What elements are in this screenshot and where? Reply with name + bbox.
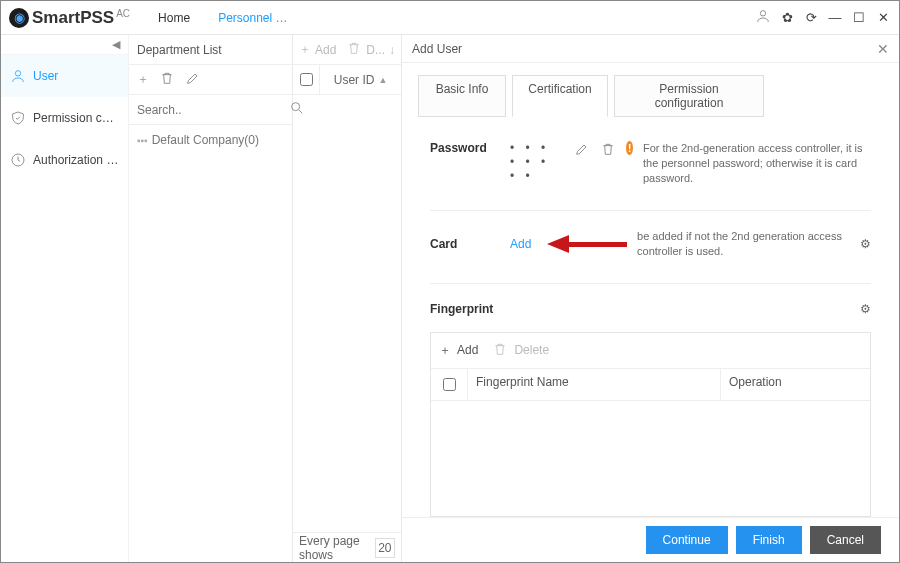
panel-title: Add User (412, 42, 462, 56)
svg-point-0 (760, 11, 765, 16)
cancel-button[interactable]: Cancel (810, 526, 881, 554)
card-settings-icon[interactable]: ⚙ (860, 237, 871, 251)
user-list-panel: ＋Add D... ↓ User ID▲ Every page shows 20 (293, 35, 402, 562)
left-nav: ◀ User Permission config... Authorizatio… (1, 35, 129, 562)
refresh-icon[interactable]: ⟳ (803, 10, 819, 25)
department-tree: ▪▪▪ Default Company(0) (129, 125, 292, 155)
finish-button[interactable]: Finish (736, 526, 802, 554)
clock-icon (9, 151, 27, 169)
shield-icon (9, 109, 27, 127)
card-label: Card (430, 237, 500, 251)
col-header-userid[interactable]: User ID▲ (319, 65, 401, 94)
sort-icon: ▲ (378, 75, 387, 85)
password-edit-icon[interactable] (574, 141, 590, 160)
window-maximize-icon[interactable]: ☐ (851, 10, 867, 25)
continue-button[interactable]: Continue (646, 526, 728, 554)
collapse-sidebar-icon[interactable]: ◀ (1, 35, 128, 55)
titlebar: ◉ SmartPSSAC Home Personnel … ✿ ⟳ — ☐ ✕ (1, 1, 899, 35)
user-list-header-row: User ID▲ (293, 65, 401, 95)
user-delete-label[interactable]: D... (366, 43, 385, 57)
department-panel: Department List ＋ ▪▪▪ Default Co (129, 35, 293, 562)
nav-tab-home[interactable]: Home (158, 5, 190, 31)
trash-icon (492, 341, 508, 360)
fingerprint-select-all-checkbox[interactable] (443, 378, 456, 391)
tree-root[interactable]: ▪▪▪ Default Company(0) (137, 133, 284, 147)
user-nav-icon (9, 67, 27, 85)
tree-icon: ▪▪▪ (137, 135, 148, 146)
department-toolbar: ＋ (129, 65, 292, 95)
main-panel: Add User ✕ Basic Info Certification Perm… (402, 35, 899, 562)
tab-basic-info[interactable]: Basic Info (418, 75, 506, 117)
nav-item-authorization-prog[interactable]: Authorization Prog... (1, 139, 128, 181)
user-list-footer: Every page shows 20 (293, 532, 401, 562)
password-note: For the 2nd-generation access controller… (643, 141, 871, 186)
warning-icon: ! (626, 141, 633, 155)
user-list-body (293, 95, 401, 532)
department-search[interactable] (129, 95, 292, 125)
fingerprint-delete-button[interactable]: Delete (492, 341, 549, 360)
fingerprint-table: ＋Add Delete Fingerprint Name Operation (430, 332, 871, 517)
search-input[interactable] (135, 102, 289, 118)
password-delete-icon[interactable] (600, 141, 616, 160)
select-all-checkbox[interactable] (300, 73, 313, 86)
fingerprint-table-body (431, 401, 870, 516)
annotation-arrow (547, 237, 627, 251)
col-header-fingerprint-name: Fingerprint Name (467, 369, 720, 400)
col-header-operation: Operation (720, 369, 870, 400)
brand-label: SmartPSSAC (32, 8, 130, 28)
plus-icon: ＋ (439, 342, 451, 359)
fingerprint-settings-icon[interactable]: ⚙ (860, 302, 871, 316)
tab-permission-configuration[interactable]: Permission configuration (614, 75, 764, 117)
password-label: Password (430, 141, 500, 155)
window-minimize-icon[interactable]: — (827, 10, 843, 25)
nav-item-user[interactable]: User (1, 55, 128, 97)
window-close-icon[interactable]: ✕ (875, 10, 891, 25)
password-value: • • • • • • • • (510, 141, 564, 183)
user-icon[interactable] (755, 8, 771, 27)
page-size-box[interactable]: 20 (375, 538, 395, 558)
close-panel-icon[interactable]: ✕ (877, 41, 889, 57)
user-add-button[interactable]: ＋Add (299, 41, 336, 58)
plus-icon: ＋ (299, 41, 311, 58)
department-header: Department List (129, 35, 292, 65)
panel-footer: Continue Finish Cancel (402, 517, 899, 562)
tabs: Basic Info Certification Permission conf… (402, 63, 899, 123)
fingerprint-label: Fingerprint (430, 302, 493, 316)
dept-add-icon[interactable]: ＋ (137, 71, 149, 88)
settings-icon[interactable]: ✿ (779, 10, 795, 25)
fingerprint-add-button[interactable]: ＋Add (439, 342, 478, 359)
nav-item-permission-config[interactable]: Permission config... (1, 97, 128, 139)
card-add-link[interactable]: Add (510, 237, 531, 251)
svg-point-1 (15, 71, 20, 76)
nav-tab-personnel[interactable]: Personnel … (218, 5, 287, 31)
tab-certification[interactable]: Certification (512, 75, 608, 117)
user-list-toolbar: ＋Add D... ↓ (293, 35, 401, 65)
card-note: be added if not the 2nd generation acces… (637, 229, 850, 259)
dept-delete-icon[interactable] (159, 70, 175, 89)
dept-edit-icon[interactable] (185, 70, 201, 89)
app-logo-icon: ◉ (9, 8, 29, 28)
user-import-icon[interactable]: ↓ (389, 43, 395, 57)
user-delete-icon[interactable] (346, 40, 362, 59)
